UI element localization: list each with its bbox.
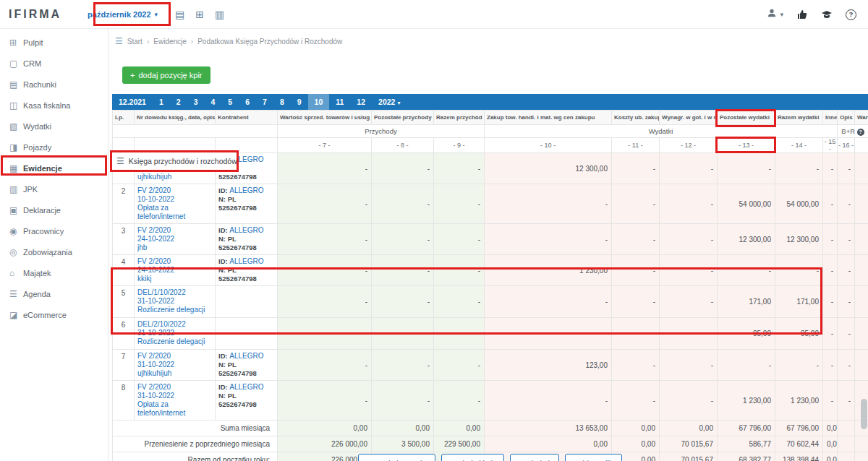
month-selector[interactable]: październik 2022 ▾ [80,5,165,24]
year-dropdown[interactable]: 2022▾ [372,94,407,110]
month-tab-12.2021[interactable]: 12.2021 [112,94,153,110]
document-desc-link[interactable]: ujhikuhijuh [137,173,212,181]
sidebar-item-label: Wydatki [23,122,51,131]
cell-value: 54 000,00 [718,184,775,224]
cell-value [855,184,868,224]
cell-value: - [823,153,838,184]
document-date: 24-10-2022 [137,235,212,244]
row-number: 3 [113,224,135,255]
menu-icon[interactable]: ☰ [115,36,123,46]
document-desc-link[interactable]: Rozliczenie delegacji [137,306,212,314]
sidebar-item-rachunki[interactable]: ▤Rachunki [0,74,108,95]
document-link[interactable]: FV 2/2020 [137,257,212,266]
sidebar-item-ewidencje[interactable]: ▦Ewidencje [0,158,108,178]
cell-value: - [372,224,434,255]
cell-value: - [838,350,855,381]
contractor-link[interactable]: ALLEGRO [229,383,263,391]
contractor-link[interactable]: ALLEGRO [229,352,263,360]
month-tab-8[interactable]: 8 [273,94,291,110]
cell-value: - [718,153,775,184]
pobierz-plik-button[interactable]: pobierz plik [565,454,622,461]
scrollbar-thumb[interactable] [861,399,867,429]
document-link[interactable]: FV 2/2020 [137,186,212,195]
sidebar-item-label: Agenda [23,290,51,298]
document-link[interactable]: FV 2/2020 [137,383,212,392]
sidebar-item-label: Pulpit [23,38,43,47]
jpk-icon: ▥ [9,184,23,194]
wyszukaj-pozycję-button[interactable]: wyszukaj pozycję [358,454,435,461]
summary-value: 0,00 [485,436,612,452]
document-desc-link[interactable]: Opłata za telefon/internet [137,204,212,221]
breadcrumb-item[interactable]: Podatkowa Księga Przychodów i Rozchodów [197,38,342,46]
month-tab-6[interactable]: 6 [239,94,256,110]
month-tab-11[interactable]: 11 [329,94,350,110]
cell-value: - [660,184,718,224]
column-header-10: Pozostałe wydatki [718,111,775,125]
month-tab-4[interactable]: 4 [205,94,222,110]
cell-value: 171,00 [718,286,775,318]
table-row: 4FV 2/202024-10-2022kkikjID: ALLEGRON: P… [113,255,868,286]
kasa fiskalna-icon: ◫ [9,100,23,111]
sidebar-item-label: Ewidencje [23,164,62,173]
row-number: 8 [113,381,135,421]
cell-value: - [434,255,485,286]
cell-value: - [485,224,612,255]
month-tab-1[interactable]: 1 [153,94,170,110]
sidebar-item-zobowi-zania[interactable]: ◎Zobowiązania [0,241,108,262]
column-header-12: Inne [823,111,838,125]
month-tab-12[interactable]: 12 [350,94,372,110]
sidebar-item-label: Zobowiązania [23,248,72,257]
app-logo[interactable]: IFIRMA [9,8,61,21]
sidebar-item-jpk[interactable]: ▥JPK [0,178,108,199]
month-tab-3[interactable]: 3 [187,94,205,110]
webinar-icon[interactable] [821,9,833,20]
sidebar-item-pracownicy[interactable]: ◉Pracownicy [0,220,108,241]
add-entry-button[interactable]: + dodaj pozycję kpir [122,66,210,84]
document-desc-link[interactable]: Rozliczenie delegacji [137,337,212,346]
user-menu[interactable]: ▾ [767,8,783,21]
cell-value: - [823,286,838,318]
sidebar-item-wydatki[interactable]: ▧Wydatki [0,116,108,137]
document-link[interactable]: DEL/1/10/2022 [137,288,212,297]
sidebar-item-deklaracje[interactable]: ▣Deklaracje [0,199,108,220]
breadcrumb-item[interactable]: Start [127,38,142,46]
ledger-type-label: Księga przychodów i rozchodów [129,157,237,165]
document-desc-link[interactable]: Opłata za telefon/internet [137,400,212,418]
menu-icon: ☰ [116,156,124,166]
thumbs-up-icon[interactable] [796,9,808,20]
breadcrumb-item[interactable]: Ewidencje [153,38,187,46]
contractor-link[interactable]: ALLEGRO [229,186,263,194]
contractor-link[interactable]: ALLEGRO [229,257,263,265]
month-tab-7[interactable]: 7 [256,94,273,110]
summary-label: Przeniesienie z poprzedniego miesiąca [113,436,278,452]
help-icon[interactable]: ? [857,129,864,136]
document-link[interactable]: FV 2/2020 [137,352,212,361]
table-header-row: Lp.Nr dowodu księg., data, opisKontrahen… [113,111,868,125]
sidebar-item-kasa-fiskalna[interactable]: ◫Kasa fiskalna [0,95,108,116]
month-tab-2[interactable]: 2 [170,94,187,110]
documents-list-icon[interactable]: ▥ [215,9,224,20]
wydrukuj-kpir-button[interactable]: wydrukuj kpir [441,454,504,461]
document-link[interactable]: DEL/2/10/2022 [137,320,212,329]
document-link[interactable]: FV 2/2020 [137,226,212,235]
new-invoice-icon[interactable]: ⊞ [195,9,204,20]
wydrukuj-button[interactable]: wydrukuj [510,454,558,461]
main-content: ☰Start›Ewidencje›Podatkowa Księga Przych… [109,29,868,461]
ledger-type-selector[interactable]: ☰ Księga przychodów i rozchodów [110,150,239,172]
month-tab-9[interactable]: 9 [291,94,308,110]
cell-value: - [823,350,838,381]
document-desc-link[interactable]: jhb [137,244,212,252]
month-tab-10[interactable]: 10 [308,94,330,110]
sidebar-item-agenda[interactable]: ☰Agenda [0,283,108,304]
document-desc-link[interactable]: kkikj [137,275,212,283]
month-tab-5[interactable]: 5 [221,94,239,110]
sidebar-item-maj-tek[interactable]: ⌂Majątek [0,262,108,283]
document-desc-link[interactable]: ujhikuhijuh [137,369,212,378]
help-icon[interactable]: ? [846,9,856,20]
sidebar-item-ecommerce[interactable]: ◪eCommerce [0,304,108,325]
sidebar-item-pojazdy[interactable]: ◨Pojazdy [0,137,108,158]
invoices-icon[interactable]: ▤ [175,9,184,20]
sidebar-item-crm[interactable]: ▢CRM [0,53,108,74]
contractor-link[interactable]: ALLEGRO [229,226,263,234]
sidebar-item-pulpit[interactable]: ⊞Pulpit [0,32,108,53]
